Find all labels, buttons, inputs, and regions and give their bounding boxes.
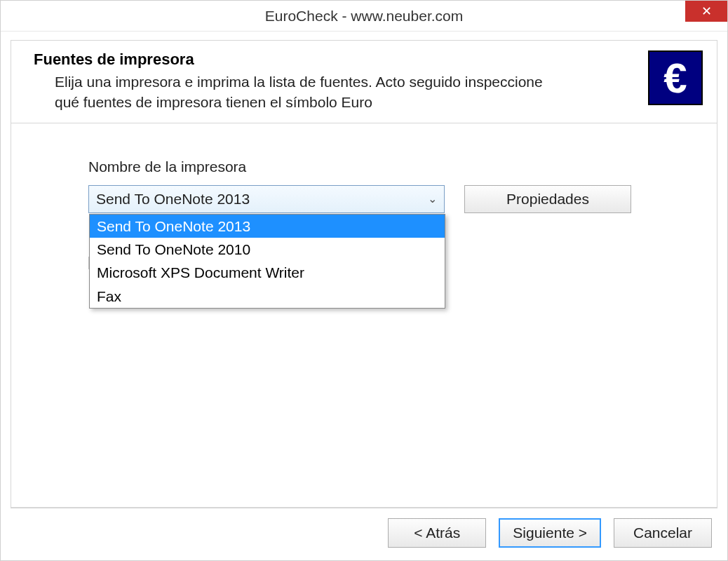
back-button[interactable]: < Atrás bbox=[388, 518, 486, 548]
printer-option[interactable]: Send To OneNote 2013 bbox=[90, 215, 445, 238]
printer-row: Send To OneNote 2013 ⌄ Send To OneNote 2… bbox=[88, 185, 675, 213]
app-window: EuroCheck - www.neuber.com ✕ Fuentes de … bbox=[0, 0, 728, 561]
wizard-panel: Fuentes de impresora Elija una impresora… bbox=[11, 40, 717, 508]
printer-option[interactable]: Fax bbox=[90, 285, 445, 308]
printer-name-label: Nombre de la impresora bbox=[88, 158, 675, 175]
titlebar: EuroCheck - www.neuber.com ✕ bbox=[1, 1, 727, 32]
next-button[interactable]: Siguiente > bbox=[499, 518, 601, 548]
euro-glyph: € bbox=[663, 54, 687, 102]
wizard-body: Fuentes de impresora Elija una impresora… bbox=[1, 32, 727, 508]
euro-icon: € bbox=[648, 50, 703, 105]
properties-button[interactable]: Propiedades bbox=[464, 185, 631, 213]
printer-option[interactable]: Microsoft XPS Document Writer bbox=[90, 261, 445, 284]
printer-select[interactable]: Send To OneNote 2013 ⌄ Send To OneNote 2… bbox=[88, 185, 445, 213]
panel-header-text: Fuentes de impresora Elija una impresora… bbox=[34, 50, 637, 113]
content-area: Nombre de la impresora Send To OneNote 2… bbox=[11, 123, 717, 507]
page-title: Fuentes de impresora bbox=[34, 50, 637, 69]
printer-dropdown: Send To OneNote 2013 Send To OneNote 201… bbox=[89, 214, 445, 309]
close-icon: ✕ bbox=[701, 4, 712, 19]
printer-option[interactable]: Send To OneNote 2010 bbox=[90, 238, 445, 261]
chevron-down-icon: ⌄ bbox=[428, 192, 437, 205]
wizard-footer: < Atrás Siguiente > Cancelar bbox=[1, 508, 727, 560]
cancel-button[interactable]: Cancelar bbox=[614, 518, 712, 548]
printer-select-value: Send To OneNote 2013 bbox=[96, 191, 250, 208]
page-description: Elija una impresora e imprima la lista d… bbox=[34, 72, 567, 113]
panel-header: Fuentes de impresora Elija una impresora… bbox=[11, 41, 717, 123]
window-title: EuroCheck - www.neuber.com bbox=[265, 8, 463, 25]
close-button[interactable]: ✕ bbox=[685, 1, 727, 22]
